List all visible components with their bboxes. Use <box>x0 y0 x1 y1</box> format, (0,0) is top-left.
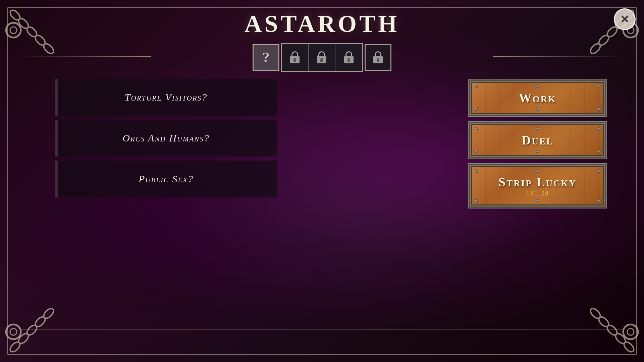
bottom-decorative-line <box>20 329 624 330</box>
lock-icon-3 <box>344 51 354 63</box>
lock-icon-4 <box>373 51 383 63</box>
unlock-slot-lock-2[interactable] <box>309 44 335 71</box>
action-buttons-panel: Work Duel <box>468 79 607 208</box>
unlock-slot-lock-1[interactable] <box>282 44 309 71</box>
strip-lucky-button-label: Strip Lucky <box>498 175 577 189</box>
duel-button[interactable]: Duel <box>468 121 607 159</box>
question-card-2-text: Orcs and humans? <box>65 132 267 144</box>
close-button[interactable]: ✕ <box>614 8 636 30</box>
question-card-3[interactable]: Public sex? <box>55 161 277 197</box>
question-card-3-text: Public sex? <box>65 173 267 185</box>
close-icon: ✕ <box>620 13 629 26</box>
strip-lucky-button-sublabel: Lvl.28 <box>526 190 549 197</box>
unlock-slot-question[interactable]: ? <box>253 44 279 71</box>
question-card-1-text: Torture visitors? <box>65 92 267 103</box>
unlock-slots-row: ? <box>253 43 391 72</box>
question-mark: ? <box>263 49 270 65</box>
question-cards-panel: Torture visitors? Orcs and humans? Publi… <box>55 79 277 197</box>
header-line-right <box>493 56 624 57</box>
unlock-slot-lock-3[interactable] <box>335 44 362 71</box>
question-card-1[interactable]: Torture visitors? <box>55 79 277 116</box>
strip-lucky-button[interactable]: Strip Lucky Lvl.28 <box>468 163 607 208</box>
lock-group-triple <box>281 43 363 72</box>
work-button[interactable]: Work <box>468 79 607 117</box>
unlock-slot-lock-4[interactable] <box>365 44 391 71</box>
header-line-left <box>20 56 151 57</box>
question-card-2[interactable]: Orcs and humans? <box>55 120 277 157</box>
lock-icon-1 <box>290 51 300 63</box>
duel-button-label: Duel <box>522 133 553 147</box>
character-title: ASTAROTH <box>245 10 400 38</box>
work-button-label: Work <box>519 90 556 105</box>
lock-icon-2 <box>317 51 326 63</box>
